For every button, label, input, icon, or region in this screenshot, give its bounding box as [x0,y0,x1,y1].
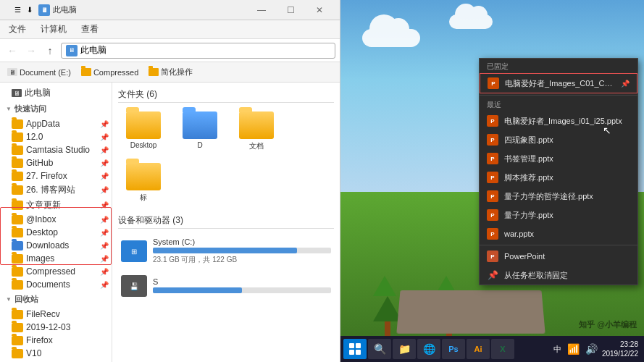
article-folder-icon [12,201,23,210]
recent-4-text: 量子力学的哲学途径.pptx [504,191,630,202]
recent-0-text: 电脑爱好者_Images_i01_i25.pptx [504,116,630,127]
date-folder-icon [12,323,23,332]
taskbar-explorer[interactable]: 📁 [393,339,416,359]
taskbar-search[interactable]: 🔍 [368,339,391,359]
device-c-info: System (C:) 23.1 GB 可用，共 122 GB [153,237,331,265]
up-button[interactable]: ↑ [42,43,58,59]
device-s[interactable]: 💾 S [118,272,334,300]
popup-recent-4[interactable]: P 量子力学的哲学途径.pptx [480,187,637,206]
close-button[interactable]: ✕ [305,0,334,20]
quick-compressed[interactable]: Compressed [77,67,143,78]
device-system-c[interactable]: ⊞ System (C:) 23.1 GB 可用，共 122 GB [118,235,334,268]
taskbar-time[interactable]: 23:28 2019/12/22 [602,340,638,358]
device-s-info: S [153,277,331,295]
device-c-fill [153,248,297,253]
popup-recent-0[interactable]: P 电脑爱好者_Images_i01_i25.pptx [480,111,637,130]
popup-unpin[interactable]: 📌 从任务栏取消固定 [480,266,637,285]
sidebar-item-12[interactable]: 12.0 📌 [0,130,112,143]
popup-powerpoint[interactable]: P PowerPoint [480,247,637,266]
sidebar-item-compressed[interactable]: Compressed 📌 [0,265,112,278]
maximize-button[interactable]: ☐ [276,0,305,20]
folders-section-label: 文件夹 (6) [118,89,157,99]
compressed-folder-icon2 [12,267,23,277]
unpin-icon: 📌 [487,269,498,281]
sidebar-item-inbox[interactable]: @Inbox 📌 [0,213,112,226]
folder-biao[interactable]: 标 [118,160,169,206]
quick-folder-label-0: Document (E:) [20,68,71,77]
minimize-button[interactable]: — [247,0,276,20]
pc-small-icon: 🖥 [12,89,22,97]
address-path[interactable]: 🖥 此电脑 [61,43,335,59]
popup-recent-2[interactable]: P 书签管理.pptx [480,149,637,168]
images-pin-icon: 📌 [100,255,109,263]
recent-6-text: war.pptx [504,230,630,238]
sidebar-item-firefox[interactable]: 27. Firefox 📌 [0,169,112,182]
popup-recent-6[interactable]: P war.pptx [480,224,637,243]
date-display: 2019/12/22 [602,349,638,358]
title-pc-icon: 🖥 [38,4,50,16]
device-c-name: System (C:) [153,237,331,246]
sidebar-pc-label: 此电脑 [25,87,51,99]
popup-recent-1[interactable]: P 四现象图.pptx [480,130,637,149]
windows-hdd-icon: ⊞ [121,240,147,262]
menu-computer[interactable]: 计算机 [35,22,72,37]
downloads-folder-icon [12,241,23,251]
sidebar-item-v10[interactable]: V10 [0,347,112,360]
device-s-name: S [153,277,331,286]
sidebar-item-firefox2[interactable]: Firefox [0,334,112,347]
recent-1-text: 四现象图.pptx [504,135,630,146]
device-s-fill [153,287,242,293]
popup-recent-3[interactable]: P 脚本推荐.pptx [480,168,637,187]
popup-recent-5[interactable]: P 量子力学.pptx [480,206,637,224]
sidebar-item-downloads[interactable]: Downloads 📌 [0,239,112,252]
quick-doc-drive[interactable]: 🖥 Document (E:) [3,67,75,78]
forward-button[interactable]: → [23,43,39,59]
sidebar-item-appdata[interactable]: AppData 📌 [0,117,112,130]
powerpoint-label: PowerPoint [504,252,630,261]
popup-pinned-item[interactable]: P 电脑爱好者_Images_C01_C2... 📌 [480,73,637,93]
back-button[interactable]: ← [4,43,20,59]
popup-divider-1 [480,95,637,96]
folder-desktop-label: Desktop [130,141,157,149]
pinned-item-text: 电脑爱好者_Images_C01_C2... [505,78,615,89]
folder-d[interactable]: D [175,109,225,154]
sidebar-item-article[interactable]: 文章更新 📌 [0,198,112,213]
sidebar-quick-access-heading[interactable]: 快速访问 [0,101,112,117]
taskbar-excel[interactable]: X [491,339,514,359]
taskbar-edge[interactable]: 🌐 [417,339,440,359]
start-icon [349,343,361,355]
sidebar-item-images[interactable]: Images 📌 [0,252,112,265]
menu-view[interactable]: 查看 [75,22,104,37]
sidebar-label-desktop: Desktop [26,227,58,237]
address-bar: ← → ↑ 🖥 此电脑 [0,39,340,62]
sidebar-item-blog[interactable]: 26. 博客网站 📌 [0,182,112,198]
article-pin-icon: 📌 [100,201,109,209]
blog-folder-icon [12,185,23,195]
folder-desktop[interactable]: Desktop [118,109,169,154]
recent-3-icon: P [487,172,498,183]
menu-file[interactable]: 文件 [3,22,32,37]
quick-simplified[interactable]: 简化操作 [144,65,197,79]
firefox2-folder-icon [12,336,23,345]
sidebar-item-filerecv[interactable]: FileRecv [0,308,112,321]
taskbar-volume-icon[interactable]: 🔊 [584,342,599,356]
sidebar-label-12: 12.0 [26,132,43,142]
folders-section-header: 文件夹 (6) [118,88,334,103]
sidebar-item-date[interactable]: 2019-12-03 [0,321,112,334]
appdata-folder-icon [12,119,23,129]
sidebar-item-documents[interactable]: Documents 📌 [0,278,112,291]
sidebar-item-this-pc[interactable]: 🖥 此电脑 [0,85,112,101]
sidebar-item-desktop[interactable]: Desktop 📌 [0,226,112,239]
taskbar-ai[interactable]: Ai [467,339,490,359]
start-button[interactable] [343,339,367,359]
sidebar-recycle-heading[interactable]: 回收站 [0,291,112,308]
taskbar-lang-icon[interactable]: 中 [552,342,563,356]
unpin-label: 从任务栏取消固定 [504,270,630,281]
folder-docs[interactable]: 文档 [231,109,282,154]
powerpoint-icon: P [487,251,498,262]
taskbar-ps[interactable]: Ps [442,339,465,359]
sidebar-item-github[interactable]: GitHub 📌 [0,156,112,169]
sidebar-item-camtasia[interactable]: Camtasia Studio 📌 [0,143,112,156]
taskbar-network-icon[interactable]: 📶 [566,342,581,356]
sidebar-label-documents: Documents [26,279,70,290]
